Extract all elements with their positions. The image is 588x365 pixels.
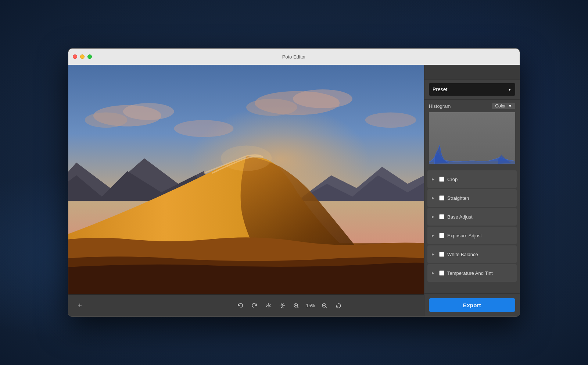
flip-horizontal-button[interactable] xyxy=(262,300,275,312)
app-window: Poto Editor xyxy=(68,48,520,317)
add-button[interactable]: + xyxy=(74,300,85,311)
adjustments-list: ▶ Crop ▶ Straighten ▶ Base Adjust ▶ xyxy=(424,166,520,293)
histogram-type-arrow-icon: ▼ xyxy=(508,103,512,109)
maximize-button[interactable] xyxy=(87,54,92,59)
window-title: Poto Editor xyxy=(282,54,306,60)
title-bar: Poto Editor xyxy=(68,49,520,65)
svg-point-6 xyxy=(293,89,352,108)
traffic-lights xyxy=(73,54,92,59)
preset-arrow-icon: ▼ xyxy=(508,88,512,92)
svg-point-4 xyxy=(85,112,128,128)
toolbar-tools-group: 15% xyxy=(234,300,345,312)
adjustment-item-crop[interactable]: ▶ Crop xyxy=(427,170,517,188)
adjustment-item-temperature-and-tint[interactable]: ▶ Temperature And Tint xyxy=(427,264,517,282)
temperature-tint-expand-arrow-icon: ▶ xyxy=(432,271,436,275)
preset-row: Preset ▼ xyxy=(424,79,520,100)
export-button[interactable]: Export xyxy=(429,298,515,312)
svg-point-3 xyxy=(123,103,174,120)
reset-button[interactable] xyxy=(332,300,345,312)
histogram-row: Histogram Color ▼ xyxy=(424,100,520,166)
temperature-tint-checkbox[interactable] xyxy=(439,270,444,276)
main-content: + xyxy=(68,65,520,316)
zoom-in-button[interactable] xyxy=(290,300,302,312)
straighten-expand-arrow-icon: ▶ xyxy=(432,196,436,200)
white-balance-checkbox[interactable] xyxy=(439,252,444,257)
straighten-label: Straighten xyxy=(447,195,469,201)
base-adjust-label: Base Adjust xyxy=(447,214,473,220)
close-button[interactable] xyxy=(73,54,77,59)
desert-image xyxy=(68,65,424,294)
white-balance-expand-arrow-icon: ▶ xyxy=(432,252,436,256)
minimize-button[interactable] xyxy=(80,54,85,59)
preset-label: Preset xyxy=(433,86,447,92)
adjustment-item-exposure-adjust[interactable]: ▶ Exposure Adjust xyxy=(427,227,517,244)
zoom-level: 15% xyxy=(304,303,317,308)
crop-expand-arrow-icon: ▶ xyxy=(432,177,436,181)
adjustment-item-white-balance[interactable]: ▶ White Balance xyxy=(427,245,517,263)
right-panel: Preset ▼ Histogram Color ▼ xyxy=(424,65,520,316)
crop-label: Crop xyxy=(447,177,458,182)
image-viewport xyxy=(68,65,424,294)
canvas-area: + xyxy=(68,65,424,316)
panel-top-bar xyxy=(424,65,520,79)
base-adjust-checkbox[interactable] xyxy=(439,214,444,219)
histogram-type-label: Color xyxy=(495,103,506,109)
white-balance-label: White Balance xyxy=(447,252,478,257)
toolbar-bottom: + xyxy=(68,294,424,316)
adjustment-item-straighten[interactable]: ▶ Straighten xyxy=(427,189,517,207)
svg-point-7 xyxy=(246,99,297,116)
temperature-tint-label: Temperature And Tint xyxy=(447,270,493,276)
exposure-adjust-checkbox[interactable] xyxy=(439,233,444,238)
svg-line-23 xyxy=(326,307,327,308)
histogram-label: Histogram xyxy=(429,103,451,109)
preset-dropdown[interactable]: Preset ▼ xyxy=(429,83,515,96)
redo-button[interactable] xyxy=(248,300,261,312)
flip-vertical-button[interactable] xyxy=(276,300,288,312)
histogram-type-dropdown[interactable]: Color ▼ xyxy=(492,103,515,109)
svg-point-9 xyxy=(365,112,416,128)
undo-button[interactable] xyxy=(234,300,247,312)
base-adjust-expand-arrow-icon: ▶ xyxy=(432,215,436,219)
svg-line-20 xyxy=(297,307,298,308)
export-area: Export xyxy=(424,293,520,316)
crop-checkbox[interactable] xyxy=(439,177,444,182)
svg-point-8 xyxy=(174,120,234,137)
svg-point-14 xyxy=(221,146,272,171)
adjustment-item-base-adjust[interactable]: ▶ Base Adjust xyxy=(427,208,517,226)
histogram-chart xyxy=(429,112,515,164)
straighten-checkbox[interactable] xyxy=(439,195,444,201)
histogram-header: Histogram Color ▼ xyxy=(429,103,515,109)
exposure-adjust-expand-arrow-icon: ▶ xyxy=(432,234,436,237)
exposure-adjust-label: Exposure Adjust xyxy=(447,233,482,238)
zoom-out-button[interactable] xyxy=(318,300,331,312)
